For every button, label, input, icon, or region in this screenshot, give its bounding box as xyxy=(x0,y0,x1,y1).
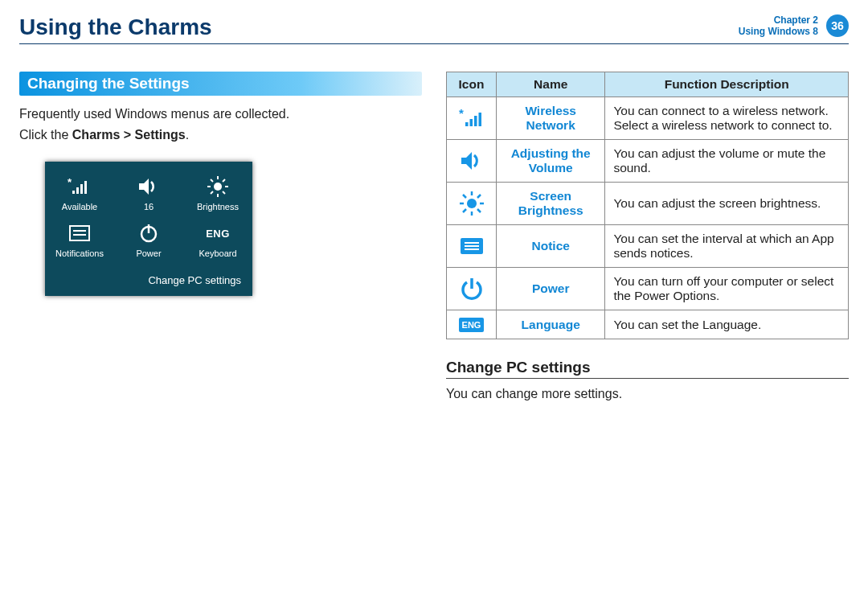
change-pc-settings-text: You can change more settings. xyxy=(446,387,849,401)
section-banner: Changing the Settings xyxy=(19,72,422,96)
speaker-icon xyxy=(121,175,177,199)
eng-label: ENG xyxy=(206,228,230,240)
svg-rect-15 xyxy=(70,226,89,240)
feature-desc: You can adjust the volume or mute the so… xyxy=(605,140,849,183)
screenshot-footer: Change PC settings xyxy=(45,268,252,296)
ss-label: Power xyxy=(121,248,177,258)
svg-text:*: * xyxy=(459,109,464,120)
feature-name: Notice xyxy=(497,225,605,268)
col-desc: Function Description xyxy=(605,72,849,97)
feature-desc: You can set the interval at which an App… xyxy=(605,225,849,268)
col-icon: Icon xyxy=(447,72,497,97)
chapter-line1: Chapter 2 xyxy=(739,14,818,26)
page-number: 36 xyxy=(826,14,849,37)
feature-name: Wireless Network xyxy=(497,97,605,140)
notifications-icon xyxy=(447,225,497,268)
change-pc-settings-heading: Change PC settings xyxy=(446,359,849,379)
table-row: ENG Language You can set the Language. xyxy=(447,310,849,339)
feature-name: Language xyxy=(497,310,605,339)
ss-item-brightness: Brightness xyxy=(190,175,246,211)
svg-point-6 xyxy=(214,183,222,191)
ss-label: Brightness xyxy=(190,202,246,211)
ss-label: Available xyxy=(51,202,108,211)
svg-text:*: * xyxy=(68,178,72,188)
feature-desc: You can set the Language. xyxy=(605,310,849,339)
intro-text: Frequently used Windows menus are collec… xyxy=(19,105,422,123)
svg-line-13 xyxy=(211,191,213,194)
feature-desc: You can turn off your computer or select… xyxy=(605,268,849,310)
instruction-line: Click the Charms > Settings. xyxy=(19,128,422,142)
instruction-prefix: Click the xyxy=(19,128,72,142)
wifi-bars-icon: * xyxy=(447,97,497,140)
table-row: Notice You can set the interval at which… xyxy=(447,225,849,268)
svg-line-12 xyxy=(223,191,225,194)
sun-icon xyxy=(190,175,246,199)
col-name: Name xyxy=(497,72,605,97)
chapter-block: Chapter 2 Using Windows 8 36 xyxy=(739,14,849,38)
ss-item-notifications: Notifications xyxy=(51,221,108,258)
svg-line-11 xyxy=(211,179,213,182)
svg-rect-23 xyxy=(474,116,477,126)
ss-label: 16 xyxy=(121,202,177,211)
svg-line-31 xyxy=(463,195,466,198)
page-title: Using the Charms xyxy=(19,14,212,40)
svg-rect-21 xyxy=(465,122,469,126)
sun-icon xyxy=(447,183,497,225)
svg-line-32 xyxy=(477,209,481,212)
table-row: Power You can turn off your computer or … xyxy=(447,268,849,310)
content-columns: Changing the Settings Frequently used Wi… xyxy=(19,72,849,401)
ss-item-volume: 16 xyxy=(121,175,177,211)
svg-line-33 xyxy=(463,209,466,212)
feature-name: Screen Brightness xyxy=(497,183,605,225)
wifi-bars-icon: * xyxy=(51,175,108,199)
svg-line-14 xyxy=(223,179,225,182)
table-row: Adjusting the Volume You can adjust the … xyxy=(447,140,849,183)
screenshot-row-1: * Available xyxy=(45,175,252,211)
svg-marker-5 xyxy=(139,179,149,195)
chapter-text: Chapter 2 Using Windows 8 xyxy=(739,14,818,38)
eng-text-icon: ENG xyxy=(190,221,246,245)
eng-badge-icon: ENG xyxy=(447,310,497,339)
power-icon xyxy=(447,268,497,310)
instruction-suffix: . xyxy=(186,128,189,142)
svg-rect-1 xyxy=(72,191,75,194)
eng-label: ENG xyxy=(459,318,485,332)
ss-item-keyboard: ENG Keyboard xyxy=(190,221,246,258)
svg-rect-3 xyxy=(80,184,83,194)
settings-charm-screenshot: * Available xyxy=(45,162,252,296)
ss-item-power: Power xyxy=(121,221,177,258)
feature-desc: You can adjust the screen brightness. xyxy=(605,183,849,225)
svg-line-34 xyxy=(477,195,481,198)
table-row: Screen Brightness You can adjust the scr… xyxy=(447,183,849,225)
svg-rect-22 xyxy=(469,119,473,126)
svg-marker-25 xyxy=(461,152,472,170)
svg-rect-4 xyxy=(84,181,87,194)
instruction-bold: Charms > Settings xyxy=(72,128,186,142)
power-icon xyxy=(121,221,177,245)
speaker-icon xyxy=(447,140,497,183)
features-table: Icon Name Function Description * xyxy=(446,72,849,339)
ss-label: Keyboard xyxy=(190,248,246,258)
left-column: Changing the Settings Frequently used Wi… xyxy=(19,72,422,401)
feature-name: Adjusting the Volume xyxy=(497,140,605,183)
feature-name: Power xyxy=(497,268,605,310)
svg-rect-2 xyxy=(76,187,79,194)
svg-rect-24 xyxy=(478,113,481,126)
ss-item-available: * Available xyxy=(51,175,108,211)
chapter-line2: Using Windows 8 xyxy=(739,26,818,37)
table-row: * Wireless Network You can connect to a … xyxy=(447,97,849,140)
notifications-icon xyxy=(51,221,108,245)
svg-point-26 xyxy=(467,199,477,208)
feature-desc: You can connect to a wireless network. S… xyxy=(605,97,849,140)
right-column: Icon Name Function Description * xyxy=(446,72,849,401)
header: Using the Charms Chapter 2 Using Windows… xyxy=(19,14,849,44)
ss-label: Notifications xyxy=(51,248,108,258)
screenshot-row-2: Notifications Power ENG Keyboard xyxy=(45,221,252,258)
